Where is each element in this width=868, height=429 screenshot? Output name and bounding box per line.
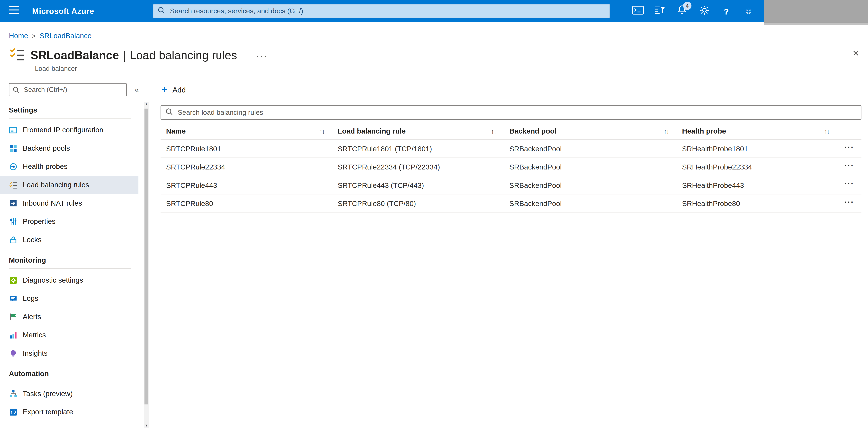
hamburger-menu-button[interactable] [0,0,28,22]
sidebar-search-input[interactable] [9,83,127,96]
close-blade-button[interactable]: × [853,48,859,59]
sidebar-item-inbound-nat-rules[interactable]: Inbound NAT rules [0,194,138,212]
global-search-input[interactable] [169,7,605,16]
column-label: Backend pool [509,127,556,135]
scrollbar-up-arrow-icon[interactable]: ▲ [144,102,149,106]
add-rule-button[interactable]: + Add [158,84,189,95]
sidebar-item-label: Frontend IP configuration [23,126,103,134]
sidebar-item-health-probes[interactable]: Health probes [0,158,138,176]
cell-health-probe: SRHealthProbe443 [676,181,837,189]
sidebar-scrollbar[interactable]: ▲ ▼ [144,102,149,427]
breadcrumb: Home > SRLoadBalance [9,32,91,40]
cloud-shell-icon [632,5,644,17]
notifications-button[interactable]: 4 [671,0,693,22]
plus-icon: + [162,84,167,94]
resource-menu-sidebar: « Settings Frontend IP configuration Bac… [0,78,150,429]
section-title-monitoring: Monitoring [0,249,150,268]
sidebar-item-locks[interactable]: Locks [0,231,138,249]
cell-backend-pool: SRBackendPool [504,163,676,171]
scrollbar-down-arrow-icon[interactable]: ▼ [144,423,149,427]
row-context-menu-button[interactable]: ··· [837,179,861,191]
sidebar-item-label: Logs [23,294,38,303]
sidebar-item-label: Metrics [23,331,46,339]
global-search[interactable] [153,4,610,18]
sidebar-item-backend-pools[interactable]: Backend pools [0,139,138,158]
row-context-menu-button[interactable]: ··· [837,197,861,209]
cell-name: SRTCPRule22334 [161,163,332,171]
feedback-button[interactable]: ☺ [737,0,760,22]
table-row[interactable]: SRTCPRule22334 SRTCPRule22334 (TCP/22334… [161,158,862,176]
health-probes-icon [9,162,18,171]
breadcrumb-current-link[interactable]: SRLoadBalance [39,32,92,40]
cell-health-probe: SRHealthProbe80 [676,199,837,207]
sort-icon[interactable]: ↑↓ [491,127,496,134]
sidebar-item-label: Diagnostic settings [23,276,83,284]
scrollbar-thumb[interactable] [145,109,148,404]
rules-search[interactable] [161,105,862,120]
sidebar-item-label: Alerts [23,312,41,321]
cell-rule: SRTCPRule80 (TCP/80) [332,199,504,207]
inbound-nat-icon [9,199,18,207]
column-header-health-probe: Health probe ↑↓ [676,127,837,135]
search-icon [158,6,165,16]
export-template-icon [9,407,18,416]
sidebar-item-metrics[interactable]: Metrics [0,326,138,344]
sidebar-item-alerts[interactable]: Alerts [0,308,138,326]
sidebar-item-export-template[interactable]: Export template [0,403,138,421]
breadcrumb-home-link[interactable]: Home [9,32,28,40]
sidebar-item-load-balancing-rules[interactable]: Load balancing rules [0,176,138,194]
add-button-label: Add [173,86,186,94]
logs-icon [9,294,18,303]
sidebar-item-properties[interactable]: Properties [0,212,138,231]
section-divider [9,268,131,269]
sidebar-item-insights[interactable]: Insights [0,344,138,363]
title-divider: | [123,48,126,61]
sidebar-item-label: Health probes [23,162,67,171]
table-row[interactable]: SRTCPRule443 SRTCPRule443 (TCP/443) SRBa… [161,176,862,195]
notifications-badge: 4 [683,2,691,10]
settings-gear-icon [699,5,709,17]
sidebar-item-diagnostic-settings[interactable]: Diagnostic settings [0,271,138,289]
table-row[interactable]: SRTCPRule1801 SRTCPRule1801 (TCP/1801) S… [161,140,862,158]
sidebar-item-label: Backend pools [23,144,70,152]
sidebar-item-label: Locks [23,235,41,244]
sidebar-item-tasks-preview[interactable]: Tasks (preview) [0,384,138,403]
cloud-shell-button[interactable] [627,0,649,22]
sidebar-item-logs[interactable]: Logs [0,289,138,308]
sidebar-item-label: Properties [23,217,56,226]
column-header-name: Name ↑↓ [161,127,332,135]
row-context-menu-button[interactable]: ··· [837,143,861,154]
sort-icon[interactable]: ↑↓ [824,127,829,134]
sort-icon[interactable]: ↑↓ [664,127,669,134]
rules-search-input[interactable] [177,108,856,117]
frontend-ip-icon [9,125,18,134]
azure-brand[interactable]: Microsoft Azure [32,7,94,16]
cell-health-probe: SRHealthProbe22334 [676,163,837,171]
sidebar-item-frontend-ip-configuration[interactable]: Frontend IP configuration [0,121,138,139]
cell-backend-pool: SRBackendPool [504,181,676,189]
rules-table: Name ↑↓ Load balancing rule ↑↓ Backend p… [161,123,862,213]
top-bar-icons: 4 ? ☺ [627,0,760,22]
settings-button[interactable] [693,0,715,22]
page-header: SRLoadBalance|Load balancing rules ··· L… [9,47,861,77]
row-context-menu-button[interactable]: ··· [837,161,861,173]
help-button[interactable]: ? [715,0,737,22]
cell-name: SRTCPRule443 [161,181,332,189]
sidebar-search-row: « [9,83,143,96]
azure-portal-page: Microsoft Azure 4 [0,0,868,429]
tasks-icon [9,389,18,398]
column-label: Health probe [682,127,726,135]
sidebar-item-label: Export template [23,408,73,416]
sidebar-item-label: Tasks (preview) [23,390,73,398]
sort-icon[interactable]: ↑↓ [319,127,324,134]
directory-filter-button[interactable] [649,0,671,22]
cell-name: SRTCPRule80 [161,199,332,207]
cell-backend-pool: SRBackendPool [504,144,676,153]
table-row[interactable]: SRTCPRule80 SRTCPRule80 (TCP/80) SRBacke… [161,194,862,213]
help-icon: ? [724,6,729,16]
collapse-menu-button[interactable]: « [131,85,143,94]
sidebar-search[interactable] [9,83,127,96]
more-actions-button[interactable]: ··· [256,50,268,60]
column-label: Load balancing rule [338,127,406,135]
resource-name: SRLoadBalance [30,48,119,61]
